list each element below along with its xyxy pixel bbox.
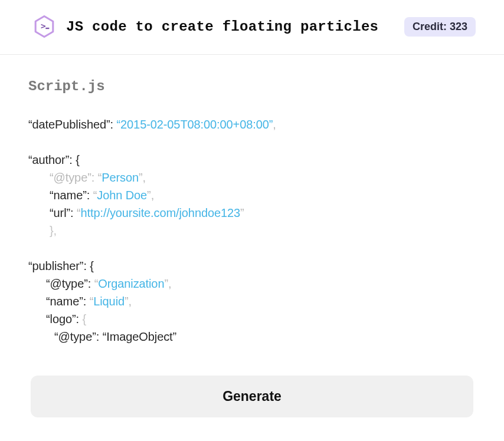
header: > JS code to create floating particles C…: [0, 0, 504, 55]
main-content: Script.js “datePublished”: “2015-02-05T0…: [0, 55, 504, 363]
json-key: “name”: [46, 295, 83, 308]
json-key: “@type”: [54, 330, 96, 343]
json-value: Organization: [98, 277, 164, 290]
code-line: “@type”: “Organization”,: [28, 275, 476, 292]
svg-rect-2: [45, 28, 49, 29]
code-line: “@type”: “Person”,: [28, 169, 476, 186]
json-key: “logo”: [46, 312, 76, 325]
button-bar: Generate: [0, 376, 504, 417]
svg-text:>: >: [41, 21, 46, 31]
json-key: “name”: [50, 189, 87, 202]
code-line: “url”: “http://yoursite.com/johndoe123”: [28, 204, 476, 222]
json-value: “2015-02-05T08:00:00+08:00”: [117, 118, 273, 131]
json-key: “datePublished”: [28, 118, 110, 131]
json-key: “author”: [28, 153, 69, 166]
code-line: “@type”: “ImageObject”: [28, 328, 476, 345]
credit-badge: Credit: 323: [404, 17, 476, 37]
json-key: “@type”: [46, 277, 88, 290]
json-key: “url”: [50, 206, 70, 219]
json-key: “publisher”: [28, 259, 83, 272]
page-title: JS code to create floating particles: [66, 19, 394, 35]
json-value: http://yoursite.com/johndoe123: [81, 206, 241, 219]
json-key: “@type”: [50, 171, 91, 184]
code-line: “author”: {: [28, 151, 476, 169]
code-line: “datePublished”: “2015-02-05T08:00:00+08…: [28, 116, 476, 133]
json-value: Person: [102, 171, 139, 184]
code-line: “publisher”: {: [28, 257, 476, 275]
app-logo-icon: >: [33, 15, 55, 38]
generate-button[interactable]: Generate: [31, 376, 473, 417]
code-line: “name”: “Liquid”,: [28, 292, 476, 310]
code-block: “datePublished”: “2015-02-05T08:00:00+08…: [28, 116, 476, 345]
code-line: “logo”: {: [28, 310, 476, 328]
code-line: },: [28, 222, 476, 239]
json-value: John Doe: [97, 189, 147, 202]
file-name-label: Script.js: [28, 78, 476, 94]
code-line: “name”: “John Doe”,: [28, 186, 476, 204]
json-value: Liquid: [93, 295, 125, 308]
json-value: “ImageObject”: [103, 330, 176, 343]
